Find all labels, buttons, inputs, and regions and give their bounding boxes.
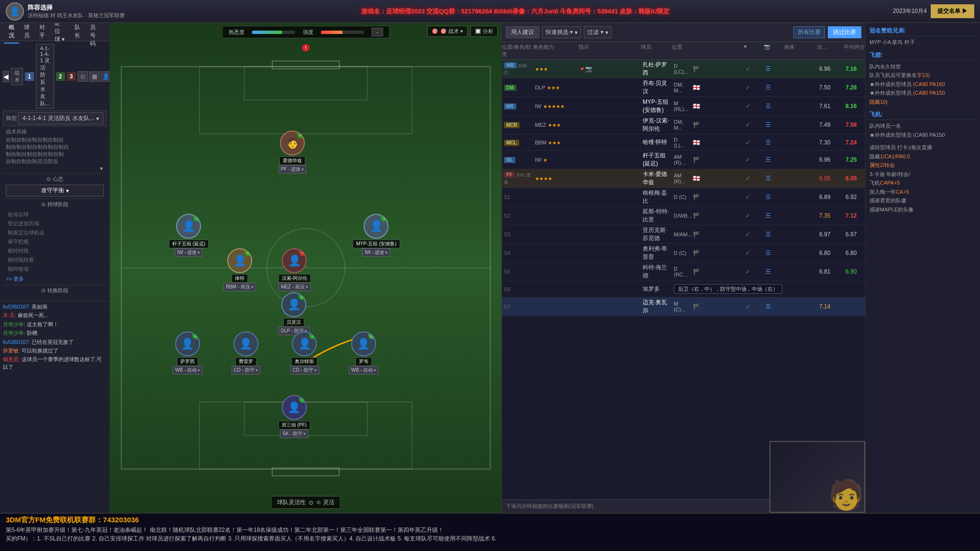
tactic-icon-bar-button[interactable]: ▦: [89, 71, 100, 82]
player-rb-role-arrow[interactable]: ▾: [374, 368, 376, 373]
info-icon-ml: ☰: [766, 156, 771, 163]
chat-text-3: 这太救了啊！: [27, 321, 58, 327]
player-cb1-img: 👤: [234, 331, 258, 356]
player-st-role-arrow[interactable]: ▾: [301, 167, 304, 172]
row-s3-body: [784, 233, 817, 235]
table-row[interactable]: PF STC 进攻 ★★★★ 卡米·爱德华兹 AM (R)... 🏴󠁧󠁢󠁥󠁮󠁧󠁿…: [502, 169, 865, 188]
far-right-arrow-item-1: 队内永久转世: [869, 63, 976, 71]
formation-dropdown[interactable]: 4-1-1-4-1 灵活防反 水友队... ▾: [18, 112, 103, 124]
tactic-button[interactable]: 🎯 🎯 战术 ▾: [427, 26, 468, 37]
player-mcr-role-arrow[interactable]: ▾: [306, 285, 308, 289]
check-icon-s4: ✓: [746, 250, 750, 256]
player-ml-role-arrow[interactable]: ▾: [198, 250, 200, 255]
skip-match-button[interactable]: 跳过比赛: [828, 26, 861, 38]
quickselect-dropdown[interactable]: 快速挑选 ▾ ▾: [542, 26, 581, 38]
player-cb1-role-arrow[interactable]: ▾: [256, 368, 258, 373]
player-st[interactable]: 🧑 8 爱德华兹 PF - 进攻 ▾: [278, 131, 307, 174]
phase-item-7[interactable]: 相对收缩: [6, 264, 104, 274]
table-row[interactable]: DM DLP ★★★ 乔布·贝灵汉 DM, M... 🏴󠁧󠁢󠁥󠁮󠁧󠁿 ✓ ☰ 7…: [502, 78, 865, 97]
all-matches-badge[interactable]: 所有比赛: [793, 26, 825, 38]
table-row-s4[interactable]: S4 奥利弗·蒂普普 D (C) 🏴 ✓ ☰ 6.80 6.80 28★★★: [502, 244, 865, 263]
tactic-icon-circle-button[interactable]: ⊙: [78, 71, 88, 82]
table-row-s6[interactable]: S6 埃罗多 后卫（右，中），防守型中场，中场（右）: [502, 281, 865, 298]
table-row-s1[interactable]: S1 格根梅·盖比 D (C) 🏴 ✓ ☰ 6.89 6.92 23★★★ 3卡…: [502, 188, 865, 207]
tab-overview[interactable]: 概况: [4, 23, 19, 44]
chat-name-5: liu5360107:: [3, 339, 30, 345]
row-score1-mcl: 7.30: [817, 138, 844, 147]
phase-item-4[interactable]: 保守犯规: [6, 237, 104, 246]
player-rb[interactable]: 👤 9 罗韦 WB - 自动 ▾: [349, 331, 379, 375]
tactic-icon-person-button[interactable]: 👤: [100, 71, 110, 82]
heat-toggle-button[interactable]: -: [372, 28, 383, 36]
table-row[interactable]: ML IW ★ 杆子五组 (延迟) AM (R)... 🏴 ✓ ☰ 6.96 7…: [502, 151, 865, 169]
table-row[interactable]: MCL BBM ★★★ 哈维·怀特 D (L)... 🏴󠁧󠁢󠁥󠁮󠁧󠁿 ✓ ☰ 7…: [502, 134, 865, 151]
tactic-name-box: 4-1-1-4-1 灵活防反 水友队...: [36, 44, 54, 109]
page-title: 阵容选择: [28, 3, 125, 12]
col-role: 角色能力: [533, 44, 579, 58]
morale-value: 攻守平衡: [41, 187, 64, 195]
player-dm[interactable]: 👤 8 贝灵汉 DLP - 防守 ▾: [278, 292, 310, 335]
row-score1-ml: 6.96: [817, 155, 844, 164]
stars-mcr: ★★★: [548, 122, 561, 128]
phase-item-2[interactable]: 登记进攻区域: [6, 219, 104, 228]
player-cb2[interactable]: 👤 8 奥尔特加 CD - 防守 ▾: [290, 331, 319, 375]
player-gk-role-arrow[interactable]: ▾: [303, 431, 306, 436]
phase-item-1[interactable]: 短传出球: [6, 210, 104, 219]
player-cb1[interactable]: 👤 费雷罗 CD - 防守 ▾: [232, 331, 260, 375]
player-lb-role-arrow[interactable]: ▾: [198, 368, 200, 373]
table-row-s3[interactable]: S3 亚历克斯·苏尼德 M/AM... 🏴 ✓ ☰ 6.97 6.97 24★★…: [502, 225, 865, 244]
row-icon3-wb: ☰: [764, 65, 784, 73]
submit-roster-button[interactable]: 提交名单 ▶: [931, 4, 974, 18]
player-mcl[interactable]: 👤 8 体特 BBM - 前压 ▾: [223, 248, 256, 291]
player-gk[interactable]: 👤 9 郑三组 (PF) SK - 防守 ▾: [278, 395, 310, 438]
more-button[interactable]: >> 更多: [6, 276, 104, 283]
player-lb[interactable]: 👤 8 萨罗西 WB - 自动 ▾: [173, 331, 202, 375]
phase-item-5[interactable]: 相对对线: [6, 246, 104, 255]
table-row-s7[interactable]: S7 迈克·奥瓦尔 M (C)... 🏴 ✓ ☰ 7.14 ★★★: [502, 298, 865, 316]
phase-item-3[interactable]: 制造定位球机会: [6, 228, 104, 237]
morale-dropdown[interactable]: 攻守平衡 ▾: [6, 185, 104, 197]
player-st-role-text: PF - 进攻: [281, 166, 301, 173]
player-cb2-role-arrow[interactable]: ▾: [314, 368, 317, 373]
morale-icon: ⊙: [46, 176, 51, 182]
phase-item-6[interactable]: 相对线段赛: [6, 255, 104, 264]
far-right-title-2: 飞箭:: [869, 51, 976, 61]
row-flag-ml: 🏴: [691, 155, 744, 164]
row-body-mcr: [784, 124, 817, 126]
advice-button[interactable]: 用人建议: [506, 26, 539, 38]
row-pos-mr: MR: [502, 102, 533, 110]
filter-dropdown[interactable]: 过滤 ▾ ▾: [584, 26, 611, 38]
player-mr-role: IW - 进攻 ▾: [362, 248, 390, 257]
row-rolepos-dm: DM, M...: [672, 81, 691, 94]
player-mcr[interactable]: 👤 8 汉索-阿尔伦 MEZ - 前压 ▾: [278, 248, 311, 291]
table-row[interactable]: MCR MEZ ★★★ 伊克-汉索·阿尔伦 DM, M... 🏴 ✓ ☰ 7.4…: [502, 116, 865, 134]
tab-opponent[interactable]: 对手: [34, 23, 50, 44]
analysis-button[interactable]: 🔲 分析: [470, 26, 498, 37]
player-mcl-role-arrow[interactable]: ▾: [251, 285, 254, 289]
tab-players[interactable]: 球员: [19, 23, 34, 44]
tab-captain[interactable]: 队长: [70, 23, 85, 44]
far-right-extra-6: 加入晚一年CA+5: [869, 188, 976, 196]
check-icon-wb: ✓: [746, 66, 750, 72]
heart-icon-wb[interactable]: ♥: [580, 66, 584, 72]
transfer-section: ⊙ 转换阶段: [3, 285, 107, 298]
table-row[interactable]: WB 自由 ① ★★★ ♥ 📷 扎杜·萨罗西 D (LC)... 🏴 ✓ ☰ 6…: [502, 60, 865, 78]
chat-text-4: 卧槽: [27, 330, 37, 336]
tactic-prev-button[interactable]: ◀: [3, 71, 9, 82]
player-ml[interactable]: 👤 8 杆子五组 (延迟) IW - 进攻 ▾: [169, 214, 209, 257]
row-icon3-stc: ☰: [764, 174, 784, 183]
table-row-s2[interactable]: S2 延斯-特特·比里 D/WB... 🏴 ✓ ☰ 7.35 7.12 26★★…: [502, 207, 865, 225]
row-flag-dm: 🏴󠁧󠁢󠁥󠁮󠁧󠁿: [691, 83, 744, 92]
table-row-s5[interactable]: S5 科特·海兰德 D (RC... 🏴 ✓ ☰ 6.81 6.90 23★★★: [502, 263, 865, 281]
top-bar-title: 阵容选择 沃特福德 对 鸽王水友队 - 英格兰冠军联赛: [28, 3, 125, 19]
table-row[interactable]: MR IW ★★★★★ MYP-五组 (安德鲁) M (RL)... 🏴󠁧󠁢󠁥󠁮…: [502, 97, 865, 116]
row-s2-icons: [579, 215, 641, 217]
morale-label: 心态: [53, 176, 63, 183]
style-expand-button[interactable]: ▼: [6, 166, 104, 171]
camera-icon-wb[interactable]: 📷: [585, 66, 592, 72]
far-right-extra-section: 成转型球员 打卡:(每次直播 隐藏1/CA1/PA0.5 属性2/转会 3-卡迪…: [869, 143, 976, 213]
player-mr-role-arrow[interactable]: ▾: [385, 250, 388, 255]
player-mr[interactable]: 👤 8 MYP-五组 (安德鲁) IW - 进攻 ▾: [353, 214, 400, 257]
row-role-wb: ★★★: [533, 65, 579, 73]
stars-mr: ★★★★★: [543, 104, 565, 109]
